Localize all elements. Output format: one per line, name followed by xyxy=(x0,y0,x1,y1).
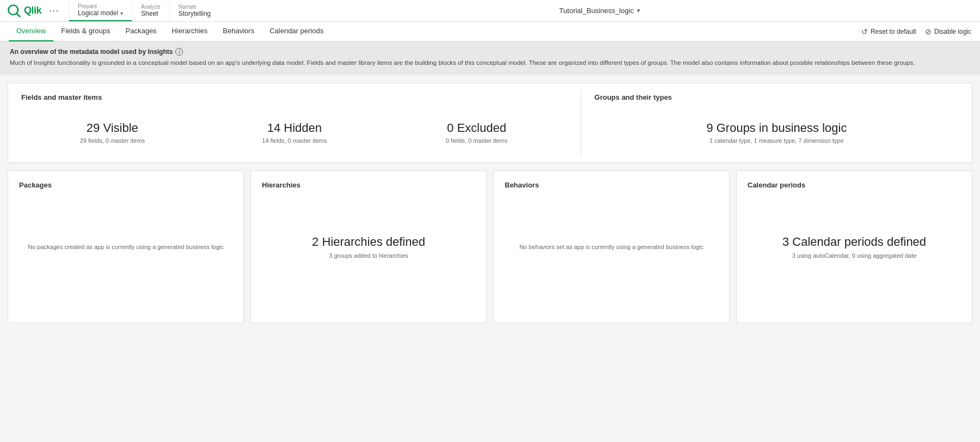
tabs-bar-right: ↺ Reset to default ⊘ Disable logic xyxy=(861,27,971,36)
calendar-periods-card: Calendar periods 3 Calendar periods defi… xyxy=(736,171,972,323)
calendar-periods-stat-big: 3 Calendar periods defined xyxy=(782,235,926,249)
calendar-periods-stat-sub: 3 using autoCalendar, 0 using aggregated… xyxy=(782,252,926,259)
packages-card: Packages No packages created as app is c… xyxy=(8,171,244,323)
bottom-cards-row: Packages No packages created as app is c… xyxy=(8,171,972,323)
behaviors-stat-sub: No behaviors set as app is currently usi… xyxy=(519,244,703,250)
tab-fields-groups[interactable]: Fields & groups xyxy=(53,22,118,41)
fields-stats-row: 29 Visible 29 fields, 0 master items 14 … xyxy=(21,112,568,153)
analyze-label: Analyze xyxy=(141,4,161,10)
narrate-nav[interactable]: Narrate Storytelling xyxy=(169,0,219,21)
top-bar: Qlik ··· Prepare Logical model ▾ Analyze… xyxy=(0,0,980,22)
packages-card-content: No packages created as app is currently … xyxy=(19,198,232,296)
stat-visible: 29 Visible 29 fields, 0 master items xyxy=(21,121,204,144)
app-title[interactable]: Tutorial_Business_logic ▾ xyxy=(559,7,640,15)
disable-icon: ⊘ xyxy=(925,27,932,36)
stat-visible-value: 29 Visible xyxy=(21,121,204,135)
qlik-logo-icon xyxy=(7,3,22,19)
tabs-bar: Overview Fields & groups Packages Hierar… xyxy=(0,22,980,41)
analyze-nav[interactable]: Analyze Sheet xyxy=(132,0,169,21)
fields-card: Fields and master items 29 Visible 29 fi… xyxy=(8,83,581,162)
qlik-logo-text: Qlik xyxy=(24,5,41,16)
behaviors-card-title: Behaviors xyxy=(505,181,718,189)
stat-groups: 9 Groups in business logic 1 calendar ty… xyxy=(595,121,959,144)
prepare-value: Logical model ▾ xyxy=(78,9,123,17)
groups-card: Groups and their types 9 Groups in busin… xyxy=(581,83,972,162)
stat-hidden-label: 14 fields, 0 master items xyxy=(204,137,386,144)
hierarchies-card: Hierarchies 2 Hierarchies defined 3 grou… xyxy=(250,171,487,323)
narrate-label: Narrate xyxy=(179,4,211,10)
app-title-text: Tutorial_Business_logic xyxy=(559,7,634,15)
hierarchies-stat-big: 2 Hierarchies defined xyxy=(312,235,425,249)
stat-groups-label: 1 calendar type, 1 measure type, 7 dimen… xyxy=(595,137,959,144)
fields-card-title: Fields and master items xyxy=(21,93,568,101)
top-bar-center: Tutorial_Business_logic ▾ xyxy=(219,0,980,21)
tab-hierarchies[interactable]: Hierarchies xyxy=(164,22,216,41)
info-banner-text: Much of Insights functionality is ground… xyxy=(10,58,970,68)
behaviors-card: Behaviors No behaviors set as app is cur… xyxy=(493,171,730,323)
tab-overview[interactable]: Overview xyxy=(9,22,53,41)
hierarchies-card-content: 2 Hierarchies defined 3 groups added to … xyxy=(262,198,475,296)
tab-calendar-periods[interactable]: Calendar periods xyxy=(262,22,331,41)
stat-hidden-value: 14 Hidden xyxy=(204,121,386,135)
narrate-value: Storytelling xyxy=(179,10,211,17)
prepare-dropdown-arrow: ▾ xyxy=(120,10,123,16)
stat-excluded-label: 0 fields, 0 master items xyxy=(385,137,568,144)
packages-card-title: Packages xyxy=(19,181,232,189)
hierarchies-card-title: Hierarchies xyxy=(262,181,475,189)
reset-icon: ↺ xyxy=(861,27,868,36)
info-banner: An overview of the metadata model used b… xyxy=(0,41,980,75)
stat-visible-label: 29 fields, 0 master items xyxy=(21,137,204,144)
behaviors-card-content: No behaviors set as app is currently usi… xyxy=(505,198,718,296)
hierarchies-stat-sub: 3 groups added to hierarchies xyxy=(312,252,425,259)
analyze-value: Sheet xyxy=(141,10,161,17)
stat-hidden: 14 Hidden 14 fields, 0 master items xyxy=(204,121,386,144)
app-title-arrow: ▾ xyxy=(637,7,640,14)
prepare-label: Prepare xyxy=(78,3,123,9)
packages-stat-sub: No packages created as app is currently … xyxy=(28,244,224,250)
stat-excluded-value: 0 Excluded xyxy=(385,121,568,135)
stat-groups-value: 9 Groups in business logic xyxy=(595,121,959,135)
info-icon[interactable]: i xyxy=(175,48,183,56)
tab-packages[interactable]: Packages xyxy=(118,22,164,41)
tab-behaviors[interactable]: Behaviors xyxy=(215,22,262,41)
groups-card-title: Groups and their types xyxy=(595,93,959,101)
qlik-logo[interactable]: Qlik xyxy=(7,3,41,19)
main-content: Fields and master items 29 Visible 29 fi… xyxy=(0,75,980,331)
disable-logic-button[interactable]: ⊘ Disable logic xyxy=(925,27,971,36)
reset-to-default-button[interactable]: ↺ Reset to default xyxy=(861,27,916,36)
svg-line-1 xyxy=(16,13,20,16)
stat-excluded: 0 Excluded 0 fields, 0 master items xyxy=(385,121,568,144)
groups-stats-row: 9 Groups in business logic 1 calendar ty… xyxy=(595,112,959,153)
info-banner-title: An overview of the metadata model used b… xyxy=(10,48,970,56)
calendar-periods-card-content: 3 Calendar periods defined 3 using autoC… xyxy=(748,198,961,296)
prepare-nav[interactable]: Prepare Logical model ▾ xyxy=(69,0,132,21)
dots-menu[interactable]: ··· xyxy=(46,3,62,19)
top-bar-left: Qlik ··· xyxy=(0,0,69,21)
top-cards-row: Fields and master items 29 Visible 29 fi… xyxy=(8,83,972,163)
calendar-periods-card-title: Calendar periods xyxy=(748,181,961,189)
